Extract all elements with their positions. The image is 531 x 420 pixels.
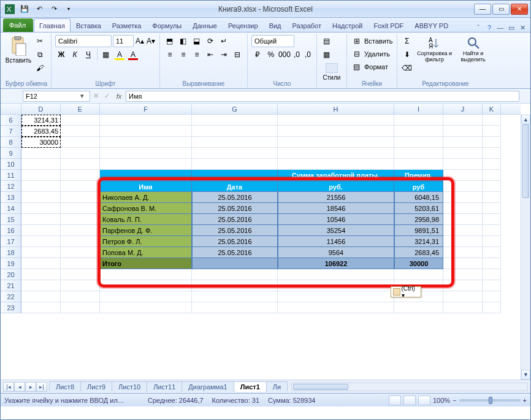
- cell-K7[interactable]: [483, 126, 501, 137]
- zoom-in-icon[interactable]: +: [523, 397, 527, 404]
- cell-J10[interactable]: [443, 159, 483, 170]
- wrap-text-icon[interactable]: ↵: [218, 35, 230, 47]
- cell-D9[interactable]: [21, 148, 61, 159]
- row-header[interactable]: 23: [1, 302, 21, 313]
- insert-cells-label[interactable]: Вставить: [364, 37, 393, 45]
- column-header-D[interactable]: D: [21, 104, 61, 114]
- cell-E11[interactable]: [61, 170, 100, 181]
- cell-I8[interactable]: [394, 137, 443, 148]
- cell-H6[interactable]: [278, 115, 394, 126]
- dec-decimal-icon[interactable]: ,0: [303, 48, 313, 61]
- cell-I15[interactable]: 2958,98: [394, 214, 443, 225]
- cell-J6[interactable]: [443, 115, 483, 126]
- cell-K6[interactable]: [483, 115, 501, 126]
- select-all-corner[interactable]: [1, 104, 21, 114]
- zoom-thumb[interactable]: [489, 397, 492, 404]
- border-icon[interactable]: ▦: [100, 48, 112, 61]
- cell-G10[interactable]: [192, 159, 278, 170]
- name-box-dropdown-icon[interactable]: ▾: [77, 92, 87, 100]
- paste-options-badge[interactable]: (Ctrl) ▾: [391, 286, 421, 297]
- align-center-icon[interactable]: ≡: [177, 48, 189, 61]
- cell-J23[interactable]: [443, 302, 483, 313]
- comma-icon[interactable]: 000: [278, 48, 291, 61]
- row-header[interactable]: 22: [1, 291, 21, 302]
- cell-G17[interactable]: 25.05.2016: [192, 236, 278, 247]
- cell-J22[interactable]: [443, 291, 483, 302]
- cell-G7[interactable]: [192, 126, 278, 137]
- cell-H10[interactable]: [278, 159, 394, 170]
- cell-F8[interactable]: [100, 137, 192, 148]
- doc-restore-icon[interactable]: ▭: [507, 23, 516, 32]
- cell-D23[interactable]: [21, 302, 61, 313]
- column-header-J[interactable]: J: [443, 104, 483, 114]
- cell-D12[interactable]: [21, 181, 61, 192]
- cell-F19[interactable]: Итого: [100, 258, 192, 269]
- cell-F14[interactable]: Сафронова В. М.: [100, 203, 192, 214]
- doc-minimize-icon[interactable]: —: [496, 23, 505, 32]
- cell-F23[interactable]: [100, 302, 192, 313]
- tab-разработ[interactable]: Разработ: [287, 18, 327, 32]
- help-icon[interactable]: ?: [485, 23, 494, 32]
- cell-G8[interactable]: [192, 137, 278, 148]
- currency-icon[interactable]: ₽: [251, 48, 264, 61]
- cell-E9[interactable]: [61, 148, 100, 159]
- cell-E22[interactable]: [61, 291, 100, 302]
- cell-H14[interactable]: 18546: [278, 203, 394, 214]
- sheet-tab-Лист1[interactable]: Лист1: [234, 381, 267, 392]
- tab-разметка[interactable]: Разметка: [107, 18, 147, 32]
- format-cells-label[interactable]: Формат: [364, 63, 388, 71]
- cell-H17[interactable]: 11456: [278, 236, 394, 247]
- column-header-F[interactable]: F: [100, 104, 192, 114]
- cell-K15[interactable]: [483, 214, 501, 225]
- cell-J8[interactable]: [443, 137, 483, 148]
- cell-D20[interactable]: [21, 269, 61, 280]
- hscroll-thumb[interactable]: [293, 384, 348, 390]
- cell-D14[interactable]: [21, 203, 61, 214]
- enter-icon[interactable]: ✓: [101, 92, 112, 100]
- scroll-up-icon[interactable]: ▲: [521, 115, 530, 124]
- cell-E16[interactable]: [61, 225, 100, 236]
- cell-H15[interactable]: 10546: [278, 214, 394, 225]
- cell-F22[interactable]: [100, 291, 192, 302]
- tab-главная[interactable]: Главная: [34, 18, 71, 32]
- align-bottom-icon[interactable]: ⬓: [191, 35, 203, 47]
- sheet-tab-Диаграмма1[interactable]: Диаграмма1: [181, 381, 234, 392]
- cell-H22[interactable]: [278, 291, 394, 302]
- cell-F18[interactable]: Попова М. Д.: [100, 247, 192, 258]
- cell-J11[interactable]: [443, 170, 483, 181]
- cell-I16[interactable]: 9891,51: [394, 225, 443, 236]
- font-size-combo[interactable]: 11: [113, 35, 134, 47]
- cell-E20[interactable]: [61, 269, 100, 280]
- sheet-nav-next-icon[interactable]: ▸: [25, 382, 36, 392]
- cell-J9[interactable]: [443, 148, 483, 159]
- cell-K23[interactable]: [483, 302, 501, 313]
- cell-D16[interactable]: [21, 225, 61, 236]
- row-header[interactable]: 18: [1, 247, 21, 258]
- tab-foxit pdf[interactable]: Foxit PDF: [368, 18, 409, 32]
- cell-F16[interactable]: Парфенов Д. Ф.: [100, 225, 192, 236]
- row-header[interactable]: 13: [1, 192, 21, 203]
- italic-button[interactable]: К: [69, 48, 81, 61]
- cell-J14[interactable]: [443, 203, 483, 214]
- view-normal-icon[interactable]: [389, 395, 401, 405]
- cell-G12[interactable]: Дата: [192, 181, 278, 192]
- sheet-tab-Лист10[interactable]: Лист10: [112, 381, 147, 392]
- cell-D15[interactable]: [21, 214, 61, 225]
- sheet-nav-prev-icon[interactable]: ◂: [14, 382, 25, 392]
- row-header[interactable]: 19: [1, 258, 21, 269]
- orientation-icon[interactable]: ⟳: [204, 35, 216, 47]
- cell-J15[interactable]: [443, 214, 483, 225]
- cell-E10[interactable]: [61, 159, 100, 170]
- cell-E6[interactable]: [61, 115, 100, 126]
- sheet-nav-last-icon[interactable]: ▸|: [36, 382, 47, 392]
- scroll-thumb[interactable]: [522, 124, 529, 198]
- row-header[interactable]: 11: [1, 170, 21, 181]
- cell-I13[interactable]: 6048,15: [394, 192, 443, 203]
- tab-формулы[interactable]: Формулы: [147, 18, 187, 32]
- cell-E17[interactable]: [61, 236, 100, 247]
- cell-K18[interactable]: [483, 247, 501, 258]
- find-select-button[interactable]: Найти и выделить: [456, 35, 491, 64]
- sheet-nav-first-icon[interactable]: |◂: [3, 382, 14, 392]
- cell-F11[interactable]: [100, 170, 192, 181]
- horizontal-scrollbar[interactable]: [291, 383, 528, 391]
